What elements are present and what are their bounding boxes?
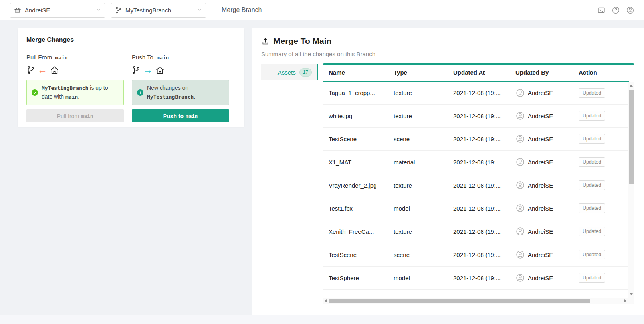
avatar-icon: [515, 88, 525, 98]
status-badge: Updated: [579, 111, 605, 121]
vertical-scroll-thumb[interactable]: [629, 90, 634, 184]
push-alert-branch: MyTestingBranch: [147, 94, 194, 100]
page-bottom-strip: [0, 315, 644, 324]
cell-type: material: [388, 150, 448, 174]
cell-updated-by: AndreiSE: [510, 197, 573, 220]
pull-alert-target: main: [65, 94, 78, 100]
pull-label: Pull From main: [26, 54, 124, 61]
home-icon: [50, 65, 59, 75]
cell-updated-by: AndreiSE: [510, 104, 573, 127]
table-row: VrayRender_2.jpgtexture2021-12-08 (19:..…: [323, 174, 629, 197]
cell-updated-by: AndreiSE: [510, 174, 573, 197]
cell-type: model: [388, 197, 448, 220]
avatar-icon: [515, 227, 525, 236]
column-header-updated-at: Updated At: [448, 65, 510, 81]
push-status-text: New changes on MyTestingBranch.: [147, 84, 195, 101]
table-row: TestScenescene2021-12-08 (19:...AndreiSE…: [323, 243, 629, 266]
status-badge: Updated: [579, 180, 605, 190]
push-button-label: Push to: [163, 113, 184, 119]
column-header-type: Type: [388, 65, 448, 81]
workspace-select[interactable]: AndreiSE: [10, 3, 105, 18]
push-to-main-button[interactable]: Push to main: [132, 109, 229, 122]
avatar-icon: [515, 157, 525, 167]
terminal-icon[interactable]: [597, 6, 606, 14]
cell-action: Updated: [573, 266, 629, 289]
cell-type: scene: [388, 243, 448, 266]
cell-type: scene: [388, 127, 448, 150]
top-bar: AndreiSE MyTestingBranch Merge Branch: [0, 0, 644, 20]
scroll-right-icon[interactable]: [624, 299, 626, 302]
push-column: Push To main →: [132, 54, 229, 122]
merge-to-main-title: Merge To Main: [273, 36, 331, 46]
table-row: Xenith_FreeCa...texture2021-12-08 (19:..…: [323, 220, 629, 243]
tab-assets[interactable]: Assets 17: [261, 64, 318, 80]
cell-updated-by: AndreiSE: [510, 220, 573, 243]
status-badge: Updated: [579, 88, 605, 98]
branch-icon: [115, 7, 122, 14]
cell-action: Updated: [573, 243, 629, 266]
status-badge: Updated: [579, 134, 605, 144]
pull-alert-period: .: [78, 93, 79, 100]
cell-updated-by: AndreiSE: [510, 127, 573, 150]
pull-column: Pull From main ←: [26, 54, 124, 122]
workspace-select-value: AndreiSE: [25, 7, 93, 14]
page-title: Merge Branch: [222, 0, 262, 20]
topbar-divider: [589, 6, 589, 14]
chevron-down-icon: [96, 7, 101, 13]
updated-by-name: AndreiSE: [528, 136, 553, 142]
updated-by-name: AndreiSE: [528, 275, 553, 281]
merge-changes-title: Merge Changes: [26, 36, 236, 43]
avatar-icon: [515, 250, 525, 259]
cell-updated-at: 2021-12-08 (19:...: [448, 127, 510, 150]
upload-icon: [261, 37, 269, 45]
cell-updated-by: AndreiSE: [510, 266, 573, 289]
pull-button-branch: main: [81, 113, 93, 119]
content-area: Merge Changes Pull From main: [0, 20, 644, 315]
updated-by-name: AndreiSE: [528, 89, 553, 96]
avatar-icon: [515, 273, 525, 283]
vertical-scrollbar[interactable]: [628, 82, 634, 298]
cell-action: Updated: [573, 197, 629, 220]
arrow-left-icon: ←: [38, 65, 47, 75]
status-badge: Updated: [579, 157, 605, 167]
updated-by-name: AndreiSE: [528, 159, 553, 166]
scroll-left-icon[interactable]: [325, 299, 327, 302]
cell-updated-at: 2021-12-08 (19:...: [448, 81, 510, 104]
branch-icon: [26, 66, 35, 75]
push-label-branch: main: [157, 55, 169, 61]
arrow-right-icon: →: [143, 65, 153, 75]
horizontal-scroll-thumb[interactable]: [329, 299, 590, 303]
avatar-icon: [515, 111, 525, 121]
cell-name: Test1.fbx: [323, 197, 388, 220]
table-row: Test1.fbxmodel2021-12-08 (19:...AndreiSE…: [323, 197, 629, 220]
cell-updated-at: 2021-12-08 (19:...: [448, 243, 510, 266]
scroll-down-icon[interactable]: [630, 293, 633, 295]
table-row: TestSpheremodel2021-12-08 (19:...AndreiS…: [323, 266, 629, 289]
push-label: Push To main: [132, 54, 229, 61]
column-header-action: Action: [573, 65, 629, 81]
account-icon[interactable]: [626, 6, 634, 14]
updated-by-name: AndreiSE: [528, 205, 553, 212]
home-icon: [155, 65, 165, 75]
cell-action: Updated: [573, 104, 629, 127]
horizontal-scrollbar[interactable]: [323, 298, 628, 304]
push-status-alert: New changes on MyTestingBranch.: [132, 80, 229, 105]
cell-type: texture: [388, 220, 448, 243]
push-button-branch: main: [186, 113, 198, 119]
cell-action: Updated: [573, 150, 629, 174]
pull-from-main-button[interactable]: Pull from main: [26, 109, 124, 122]
scroll-up-icon[interactable]: [630, 85, 633, 87]
cell-updated-at: 2021-12-08 (19:...: [448, 104, 510, 127]
cell-name: Tagua_1_cropp...: [323, 81, 388, 104]
bank-icon: [14, 7, 21, 14]
assets-table: Name Type Updated At Updated By Action T…: [323, 65, 629, 290]
cell-updated-at: 2021-12-08 (19:...: [448, 174, 510, 197]
help-icon[interactable]: [611, 6, 620, 14]
cell-type: texture: [388, 104, 448, 127]
cell-updated-at: 2021-12-08 (19:...: [448, 197, 510, 220]
branch-select[interactable]: MyTestingBranch: [111, 3, 206, 18]
assets-count-badge: 17: [299, 68, 312, 77]
merge-changes-card: Merge Changes Pull From main: [18, 28, 244, 127]
app-root: AndreiSE MyTestingBranch Merge Branch: [0, 0, 644, 324]
status-badge: Updated: [579, 273, 605, 283]
